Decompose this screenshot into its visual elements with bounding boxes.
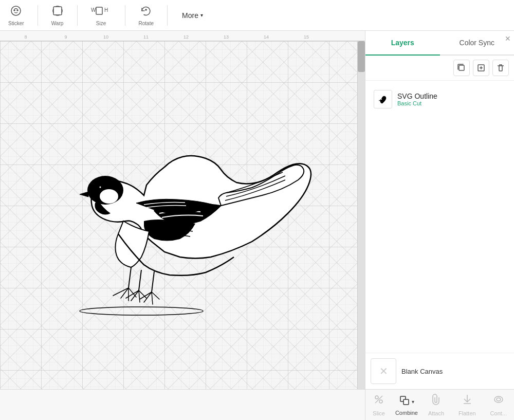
attach-icon	[430, 393, 442, 409]
combine-chevron-icon: ▾	[412, 399, 414, 405]
size-icon: W H	[91, 5, 112, 20]
main-area: 8 9 10 11 12 13 14 15	[0, 31, 514, 389]
attach-button[interactable]: Attach	[424, 390, 448, 419]
flatten-button[interactable]: Flatten	[454, 390, 480, 419]
flatten-icon	[461, 393, 473, 409]
svg-rect-26	[403, 399, 409, 405]
more-label: More	[182, 11, 198, 20]
layer-thumbnail	[374, 90, 392, 108]
layer-type: Basic Cut	[397, 100, 437, 106]
size-label: Size	[96, 21, 106, 26]
layer-name: SVG Outline	[397, 92, 437, 100]
rotate-icon	[140, 5, 152, 20]
size-tool[interactable]: W H Size	[88, 3, 115, 28]
sticker-tool[interactable]: Sticker	[5, 3, 27, 28]
svg-rect-3	[53, 7, 62, 15]
bird-image[interactable]	[51, 82, 319, 329]
svg-rect-5	[96, 7, 102, 14]
slice-label: Slice	[373, 410, 385, 416]
svg-point-0	[11, 6, 21, 15]
duplicate-layer-button[interactable]	[453, 60, 470, 76]
slice-button[interactable]: Slice	[369, 390, 389, 419]
divider-4	[167, 5, 168, 26]
canvas-preview-area: ✕ Blank Canvas	[365, 353, 514, 389]
warp-tool[interactable]: Warp	[48, 3, 67, 28]
combine-icon	[398, 394, 411, 410]
contour-button[interactable]: Cont...	[486, 390, 511, 419]
more-chevron-icon: ▾	[200, 12, 203, 18]
divider-2	[77, 5, 78, 26]
svg-point-16	[80, 307, 203, 315]
svg-point-2	[17, 10, 18, 11]
svg-point-12	[100, 187, 101, 188]
tab-layers[interactable]: Layers	[365, 31, 440, 54]
scrollbar-thumb[interactable]	[358, 41, 365, 72]
sticker-label: Sticker	[8, 21, 24, 26]
svg-text:H: H	[104, 7, 108, 13]
svg-line-14	[139, 270, 141, 290]
design-canvas[interactable]	[0, 41, 357, 389]
svg-point-22	[375, 396, 378, 399]
delete-layer-button[interactable]	[492, 60, 509, 76]
more-button[interactable]: More ▾	[178, 9, 207, 22]
blank-canvas-label: Blank Canvas	[401, 368, 443, 375]
rotate-tool[interactable]: Rotate	[136, 3, 157, 28]
svg-line-24	[375, 396, 382, 403]
right-panel: Layers Color Sync ✕	[365, 31, 514, 389]
svg-rect-17	[459, 65, 464, 70]
add-layer-button[interactable]	[473, 60, 489, 76]
svg-point-28	[494, 396, 503, 403]
combine-button[interactable]: ▾ Combine	[395, 394, 418, 416]
svg-text:W: W	[91, 7, 96, 13]
bottom-bar: Slice ▾ Combine Attach	[0, 389, 514, 420]
divider-3	[125, 5, 125, 26]
sticker-icon	[10, 5, 22, 20]
divider-1	[38, 5, 38, 26]
tab-color-sync[interactable]: Color Sync ✕	[440, 31, 515, 54]
slice-icon	[373, 393, 385, 409]
contour-icon	[492, 393, 505, 409]
main-toolbar: Sticker Warp W H Size	[0, 0, 514, 31]
svg-point-23	[379, 400, 382, 403]
layer-list: SVG Outline Basic Cut	[365, 81, 514, 353]
vertical-scrollbar[interactable]	[357, 41, 365, 389]
combine-label: Combine	[395, 410, 418, 416]
svg-line-15	[152, 271, 154, 292]
canvas-area[interactable]: 8 9 10 11 12 13 14 15	[0, 31, 365, 389]
ruler-horizontal: 8 9 10 11 12 13 14 15	[0, 31, 365, 41]
warp-icon	[51, 5, 64, 20]
svg-point-1	[14, 10, 15, 11]
flatten-label: Flatten	[458, 410, 476, 416]
warp-label: Warp	[51, 21, 64, 26]
svg-point-29	[497, 398, 501, 401]
panel-bottom-actions: Slice ▾ Combine Attach	[365, 390, 514, 420]
rotate-label: Rotate	[139, 21, 154, 26]
blank-canvas-thumbnail: ✕	[371, 358, 396, 384]
svg-point-10	[100, 189, 118, 204]
layer-item-svg-outline[interactable]: SVG Outline Basic Cut	[371, 86, 509, 113]
color-sync-close-icon[interactable]: ✕	[505, 35, 511, 42]
layer-toolbar	[365, 56, 514, 81]
svg-point-21	[381, 99, 382, 100]
attach-label: Attach	[428, 410, 444, 416]
svg-line-13	[128, 267, 131, 288]
panel-tabs: Layers Color Sync ✕	[365, 31, 514, 56]
contour-label: Cont...	[490, 410, 507, 416]
